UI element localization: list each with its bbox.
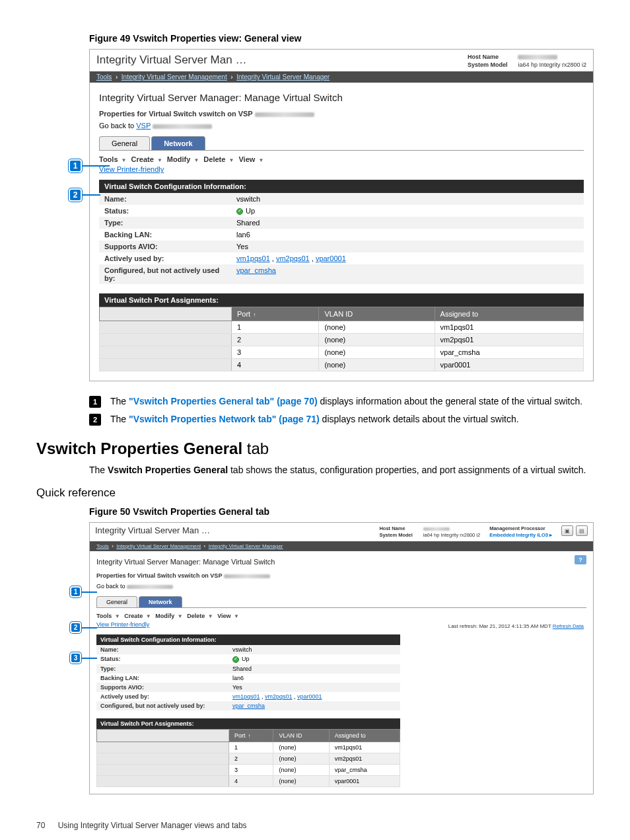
system-model-value-50: ia64 hp Integrity rx2800 i2	[423, 532, 480, 539]
cfg-link-50[interactable]: vpar_cmsha	[232, 703, 265, 709]
callout-1-line	[82, 165, 110, 167]
tab-network[interactable]: Network	[151, 136, 205, 150]
breadcrumb-ivsmgr[interactable]: Integrity Virtual Server Manager	[236, 73, 330, 81]
goback-blur	[153, 124, 212, 129]
toolbar-icon-1[interactable]: ▣	[561, 525, 573, 536]
tab-network-50[interactable]: Network	[139, 596, 182, 607]
breadcrumb-ivsm-50[interactable]: Integrity Virtual Server Management	[116, 543, 201, 549]
port-row: 2	[232, 334, 319, 346]
breadcrumb-tools-50[interactable]: Tools	[96, 543, 109, 549]
refresh-link[interactable]: Refresh Data	[553, 623, 584, 629]
used-link-1[interactable]: vm1pqs01	[236, 254, 270, 262]
callout-2: 2	[69, 188, 82, 202]
refresh-line: Last refresh: Mar 21, 2012 4:11:35 AM MD…	[446, 622, 586, 630]
toolbar-create-50[interactable]: Create ▼	[124, 613, 152, 619]
tab-general[interactable]: General	[99, 136, 150, 150]
callout50-1-line	[81, 592, 97, 593]
ports-col-vlan[interactable]: VLAN ID	[319, 307, 435, 321]
toolbar-modify[interactable]: Modify ▼	[167, 155, 200, 163]
toolbar-view-50[interactable]: View ▼	[217, 613, 240, 619]
config-info-header: Virtual Switch Configuration Information…	[99, 180, 584, 193]
breadcrumb-tools[interactable]: Tools	[96, 73, 112, 81]
page-heading-50: Integrity Virtual Server Manager: Manage…	[96, 558, 586, 566]
page-heading: Integrity Virtual Server Manager: Manage…	[99, 92, 584, 103]
ports-col-vlan-50[interactable]: VLAN ID	[273, 729, 329, 742]
quick-reference-heading: Quick reference	[36, 486, 594, 500]
kv-lan-label: Backing LAN:	[99, 229, 231, 241]
used-link-1-50[interactable]: vm1pqs01	[232, 693, 260, 700]
printer-friendly-link-50[interactable]: View Printer-friendly	[96, 621, 149, 628]
goback-prefix-50: Go back to	[96, 583, 127, 590]
callout50-3: 3	[70, 652, 81, 664]
ports-table: Port↑ VLAN ID Assigned to 1(none)vm1pqs0…	[99, 307, 584, 371]
sort-up-icon-50: ↑	[248, 733, 251, 739]
config-info-header-50: Virtual Switch Configuration Information…	[96, 634, 400, 645]
app-title: Integrity Virtual Server Man …	[96, 54, 246, 67]
note2-pre: The	[110, 414, 129, 424]
breadcrumb-ivsmgr-50[interactable]: Integrity Virtual Server Manager	[209, 543, 283, 549]
toolbar-modify-50[interactable]: Modify ▼	[155, 613, 184, 619]
goback-blur-50	[127, 585, 173, 589]
kv-cfg-label: Configured, but not actively used by:	[99, 264, 231, 284]
toolbar-create[interactable]: Create ▼	[131, 155, 164, 163]
printer-friendly-link[interactable]: View Printer-friendly	[99, 165, 164, 173]
system-model-label: System Model	[468, 61, 508, 69]
ports-padcol	[100, 307, 232, 321]
properties-line: Properties for Virtual Switch vswitch on…	[99, 110, 253, 118]
figure49-screenshot: 1 2 Integrity Virtual Server Man … Host …	[89, 49, 594, 381]
host-blur-50	[423, 527, 450, 531]
toolbar-delete-50[interactable]: Delete ▼	[187, 613, 214, 619]
system-model-value: ia64 hp Integrity rx2800 i2	[518, 61, 586, 69]
ports-header-50: Virtual Switch Port Assignments:	[96, 718, 400, 729]
goback-prefix: Go back to	[99, 122, 136, 130]
note-bullet-2: 2	[89, 414, 101, 426]
config-info-table-50: Name:vswitch Status:Up Type:Shared Backi…	[96, 645, 400, 710]
kv-status-label: Status:	[99, 205, 231, 217]
kv-used-label: Actively used by:	[99, 252, 231, 264]
toolbar-view[interactable]: View ▼	[238, 155, 265, 163]
note1-pre: The	[110, 396, 129, 406]
toolbar-tools-50[interactable]: Tools ▼	[96, 613, 122, 619]
status-up-icon	[236, 208, 243, 215]
callout50-2-line	[81, 627, 97, 629]
toolbar-tools[interactable]: Tools ▼	[99, 155, 128, 163]
footer-text: Using Integrity Virtual Server Manager v…	[58, 821, 247, 830]
breadcrumb: Tools › Integrity Virtual Server Managem…	[90, 71, 593, 83]
tab-general-50[interactable]: General	[96, 596, 137, 607]
host-name-label-50: Host Name	[379, 525, 412, 532]
breadcrumb-ivsm[interactable]: Integrity Virtual Server Management	[122, 73, 227, 81]
status-up-icon-50	[232, 656, 239, 663]
ports-col-port-50[interactable]: Port↑	[229, 729, 273, 742]
callout-2-line	[82, 194, 100, 196]
kv-type-value: Shared	[231, 217, 584, 229]
kv-name-value: vswitch	[231, 193, 584, 205]
used-link-3[interactable]: vpar0001	[316, 254, 346, 262]
ports-col-port[interactable]: Port↑	[232, 307, 319, 321]
note-bullet-1: 1	[89, 396, 101, 408]
used-link-2[interactable]: vm2pqs01	[276, 254, 310, 262]
note2-post: displays network details about the virtu…	[320, 414, 519, 424]
ports-col-assigned-50[interactable]: Assigned to	[329, 729, 400, 742]
used-link-3-50[interactable]: vpar0001	[297, 693, 322, 700]
ports-col-assigned[interactable]: Assigned to	[435, 307, 583, 321]
help-icon[interactable]: ?	[575, 555, 586, 564]
kv-avio-value: Yes	[231, 241, 584, 252]
toolbar-icon-2[interactable]: ▤	[576, 525, 588, 536]
port-row: 3	[232, 346, 319, 359]
note2-link[interactable]: "Vswitch Properties Network tab" (page 7…	[129, 414, 320, 424]
callout-notes: 1 The "Vswitch Properties General tab" (…	[89, 395, 594, 426]
used-link-2-50[interactable]: vm2pqs01	[265, 693, 293, 700]
cfg-link[interactable]: vpar_cmsha	[236, 266, 276, 274]
goback-link[interactable]: VSP	[136, 122, 151, 130]
ports-header: Virtual Switch Port Assignments:	[99, 293, 584, 307]
callout50-2: 2	[70, 622, 81, 633]
callout50-1: 1	[70, 586, 81, 597]
note1-link[interactable]: "Vswitch Properties General tab" (page 7…	[129, 396, 318, 406]
host-name-blur	[518, 55, 557, 59]
toolbar-delete[interactable]: Delete ▼	[203, 155, 235, 163]
mp-value[interactable]: Embedded Integrity iLO3 ▸	[489, 532, 552, 539]
system-model-label-50: System Model	[379, 532, 412, 539]
host-name-label: Host Name	[468, 54, 508, 61]
kv-name-label: Name:	[99, 193, 231, 205]
figure50-screenshot: 1 2 3 Integrity Virtual Server Man … Hos…	[89, 522, 594, 794]
